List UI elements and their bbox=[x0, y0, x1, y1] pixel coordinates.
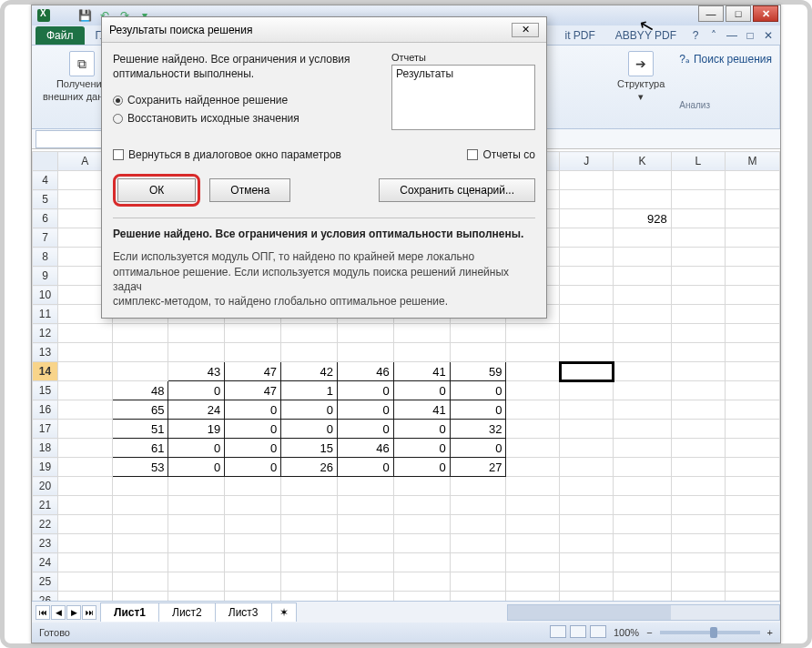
cell[interactable] bbox=[725, 592, 779, 602]
name-box[interactable] bbox=[36, 130, 103, 148]
cell[interactable] bbox=[58, 572, 113, 592]
cell[interactable] bbox=[560, 362, 614, 381]
cell[interactable] bbox=[58, 381, 113, 400]
cell[interactable] bbox=[225, 592, 281, 602]
cell[interactable] bbox=[560, 420, 614, 439]
cell[interactable] bbox=[671, 381, 725, 400]
row-header[interactable]: 20 bbox=[33, 477, 58, 496]
cell[interactable] bbox=[281, 477, 338, 496]
solver-button[interactable]: ?ₐ Поиск решения bbox=[679, 49, 772, 66]
cell[interactable] bbox=[671, 515, 725, 534]
cell[interactable] bbox=[506, 592, 560, 602]
zoom-in-button[interactable]: + bbox=[767, 627, 773, 638]
cell[interactable] bbox=[671, 228, 725, 248]
cell[interactable] bbox=[112, 324, 168, 343]
cell[interactable] bbox=[112, 553, 168, 572]
cell[interactable] bbox=[614, 190, 671, 209]
row-header[interactable]: 4 bbox=[33, 171, 58, 190]
cell[interactable] bbox=[168, 572, 225, 592]
cell[interactable] bbox=[725, 458, 779, 477]
tab-it-pdf[interactable]: it PDF bbox=[558, 26, 603, 45]
cell[interactable] bbox=[671, 400, 725, 420]
cell[interactable] bbox=[281, 572, 338, 592]
cell[interactable]: 42 bbox=[281, 362, 338, 381]
cell[interactable] bbox=[168, 324, 225, 343]
cell[interactable] bbox=[725, 534, 779, 553]
cell[interactable] bbox=[560, 286, 614, 305]
cell[interactable]: 0 bbox=[450, 439, 506, 458]
cell[interactable] bbox=[168, 534, 225, 553]
cell[interactable] bbox=[671, 190, 725, 209]
cell[interactable] bbox=[112, 343, 168, 362]
cell[interactable] bbox=[281, 324, 338, 343]
cell[interactable] bbox=[168, 592, 225, 602]
cell[interactable] bbox=[614, 458, 671, 477]
zoom-value[interactable]: 100% bbox=[614, 627, 639, 638]
cell[interactable] bbox=[393, 343, 450, 362]
cell[interactable] bbox=[506, 439, 560, 458]
cell[interactable] bbox=[450, 343, 506, 362]
cell[interactable]: 0 bbox=[281, 400, 338, 420]
cell[interactable]: 47 bbox=[225, 362, 281, 381]
cell[interactable] bbox=[671, 420, 725, 439]
tab-abbyy-pdf[interactable]: ABBYY PDF bbox=[608, 26, 684, 45]
save-icon[interactable]: 💾 bbox=[77, 8, 92, 23]
cell[interactable] bbox=[725, 553, 779, 572]
mdi-minimize-icon[interactable]: — bbox=[726, 29, 738, 42]
cell[interactable] bbox=[506, 458, 560, 477]
cell[interactable] bbox=[337, 496, 393, 515]
cell[interactable] bbox=[450, 477, 506, 496]
help-icon[interactable]: ? bbox=[689, 29, 702, 42]
cell[interactable] bbox=[614, 420, 671, 439]
cell[interactable]: 41 bbox=[393, 362, 450, 381]
cell[interactable] bbox=[58, 400, 113, 420]
cell[interactable] bbox=[725, 439, 779, 458]
cell[interactable]: 46 bbox=[337, 362, 393, 381]
cell[interactable] bbox=[112, 572, 168, 592]
column-header[interactable]: M bbox=[725, 152, 779, 171]
cell[interactable] bbox=[560, 477, 614, 496]
cell[interactable] bbox=[614, 515, 671, 534]
row-header[interactable]: 21 bbox=[33, 496, 58, 515]
row-header[interactable]: 7 bbox=[33, 228, 58, 248]
cell[interactable] bbox=[450, 324, 506, 343]
cell[interactable] bbox=[225, 477, 281, 496]
cell[interactable]: 53 bbox=[112, 458, 168, 477]
structure-button[interactable]: ➔ Структура ▾ bbox=[614, 49, 668, 105]
cell[interactable]: 65 bbox=[112, 400, 168, 420]
cell[interactable] bbox=[671, 286, 725, 305]
cell[interactable] bbox=[506, 477, 560, 496]
cell[interactable] bbox=[725, 477, 779, 496]
cell[interactable] bbox=[450, 515, 506, 534]
cell[interactable] bbox=[506, 534, 560, 553]
ok-button[interactable]: ОК bbox=[117, 178, 196, 202]
cell[interactable] bbox=[112, 515, 168, 534]
cell[interactable] bbox=[614, 477, 671, 496]
cell[interactable] bbox=[560, 572, 614, 592]
cell[interactable] bbox=[614, 305, 671, 324]
cell[interactable] bbox=[725, 209, 779, 228]
column-header[interactable]: K bbox=[614, 152, 671, 171]
cell[interactable] bbox=[112, 592, 168, 602]
sheet-nav-prev[interactable]: ◀ bbox=[51, 605, 66, 620]
cell[interactable]: 1 bbox=[281, 381, 338, 400]
cell[interactable]: 0 bbox=[337, 458, 393, 477]
cell[interactable] bbox=[614, 171, 671, 190]
cell[interactable] bbox=[393, 496, 450, 515]
row-header[interactable]: 15 bbox=[33, 381, 58, 400]
cell[interactable] bbox=[725, 515, 779, 534]
save-scenario-button[interactable]: Сохранить сценарий... bbox=[379, 178, 535, 202]
cell[interactable] bbox=[506, 515, 560, 534]
cell[interactable] bbox=[560, 209, 614, 228]
cell[interactable] bbox=[614, 267, 671, 286]
cell[interactable]: 0 bbox=[337, 420, 393, 439]
checkbox-outline-reports[interactable]: Отчеты со bbox=[467, 148, 535, 161]
cell[interactable] bbox=[671, 553, 725, 572]
row-header[interactable]: 19 bbox=[33, 458, 58, 477]
new-sheet-button[interactable]: ✶ bbox=[271, 602, 297, 622]
cell[interactable]: 26 bbox=[281, 458, 338, 477]
row-header[interactable]: 10 bbox=[33, 286, 58, 305]
cell[interactable] bbox=[58, 324, 113, 343]
cell[interactable]: 0 bbox=[168, 381, 225, 400]
cell[interactable]: 0 bbox=[225, 458, 281, 477]
